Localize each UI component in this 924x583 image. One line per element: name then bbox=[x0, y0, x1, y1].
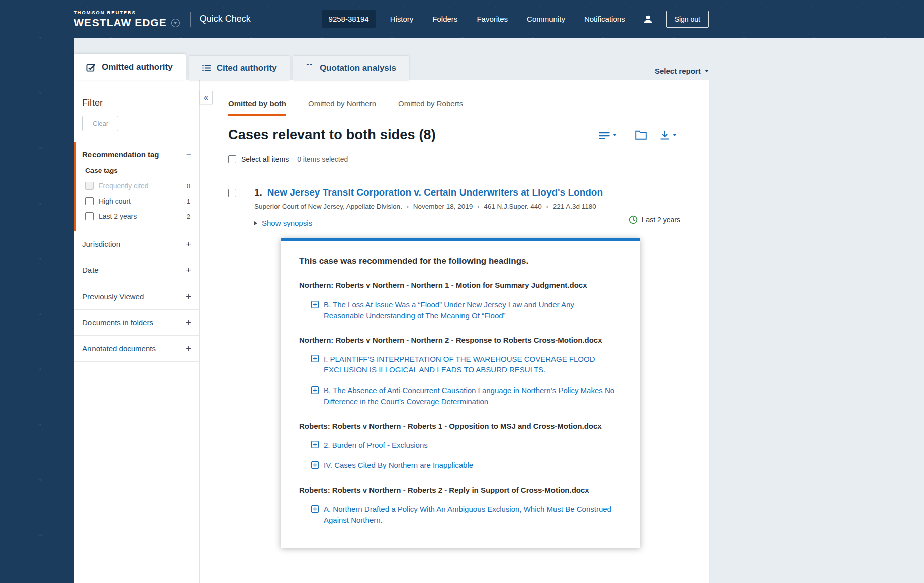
divider bbox=[228, 173, 680, 173]
case-number: 1. bbox=[254, 187, 262, 198]
nav-item-history[interactable]: History bbox=[381, 15, 423, 23]
toolbar-divider bbox=[626, 129, 626, 141]
tab-quotation-analysis[interactable]: “ Quotation analysis bbox=[293, 56, 409, 80]
last-2-years-checkbox[interactable] bbox=[85, 212, 94, 220]
case-citation-1: 461 N.J.Super. 440 bbox=[484, 203, 542, 210]
filter-section-date[interactable]: Date + bbox=[74, 257, 199, 283]
filter-sidebar: Filter Clear Recommendation tag − Case t… bbox=[74, 80, 200, 583]
filter-section-documents-in-folders[interactable]: Documents in folders + bbox=[74, 310, 199, 336]
client-id-button[interactable]: 9258-38194 bbox=[322, 10, 376, 28]
chevron-down-circle-icon[interactable] bbox=[171, 19, 180, 27]
results-panel: Omitted by both Omitted by Northern Omit… bbox=[200, 80, 709, 583]
select-report-label: Select report bbox=[655, 67, 701, 75]
case-result-item: 1.New Jersey Transit Corporation v. Cert… bbox=[228, 187, 680, 568]
account-button[interactable] bbox=[635, 14, 661, 24]
plus-icon: + bbox=[186, 294, 191, 300]
case-title-link[interactable]: New Jersey Transit Corporation v. Certai… bbox=[267, 187, 603, 198]
plus-square-icon bbox=[311, 461, 319, 469]
case-date: November 18, 2019 bbox=[413, 203, 473, 210]
filter-title: Filter bbox=[74, 80, 199, 108]
sign-out-button[interactable]: Sign out bbox=[666, 11, 709, 28]
download-button[interactable] bbox=[656, 128, 680, 143]
filter-section-previously-viewed[interactable]: Previously Viewed + bbox=[74, 283, 199, 310]
recommendation-card: This case was recommended for the follow… bbox=[281, 238, 640, 548]
heading-link[interactable]: B. The Loss At Issue Was a “Flood” Under… bbox=[311, 299, 621, 321]
case-court: Superior Court of New Jersey, Appellate … bbox=[254, 203, 402, 210]
collapse-sidebar-button[interactable]: « bbox=[199, 91, 213, 104]
bullet-separator: • bbox=[407, 204, 409, 210]
recommendation-card-title: This case was recommended for the follow… bbox=[299, 256, 621, 266]
option-count: 0 bbox=[187, 182, 192, 190]
section-title: Recommendation tag bbox=[82, 150, 159, 159]
document-heading: Northern: Roberts v Northern - Northern … bbox=[299, 281, 621, 289]
subtab-omitted-by-northern[interactable]: Omitted by Northern bbox=[308, 99, 376, 116]
person-icon bbox=[643, 14, 653, 24]
heading-link[interactable]: I. PLAINTIFF’S INTERPRETATION OF THE WAR… bbox=[311, 354, 621, 376]
heading-link-text: B. The Absence of Anti-Concurrent Causat… bbox=[324, 385, 615, 407]
filter-section-annotated-documents[interactable]: Annotated documents + bbox=[74, 336, 199, 362]
clear-filters-button[interactable]: Clear bbox=[82, 116, 118, 131]
plus-icon: + bbox=[186, 241, 191, 247]
tab-cited-authority[interactable]: Cited authority bbox=[189, 56, 290, 80]
case-checkbox[interactable] bbox=[228, 189, 236, 197]
result-subtabs: Omitted by both Omitted by Northern Omit… bbox=[228, 99, 680, 116]
recommendation-tag-section: Recommendation tag − Case tags Frequentl… bbox=[74, 142, 199, 231]
nav-item-favorites[interactable]: Favorites bbox=[467, 15, 517, 23]
document-heading: Roberts: Roberts v Northern - Roberts 1 … bbox=[299, 422, 621, 430]
subtab-omitted-by-roberts[interactable]: Omitted by Roberts bbox=[398, 99, 463, 116]
heading-link-text: A. Northern Drafted a Policy With An Amb… bbox=[324, 504, 615, 526]
subtab-omitted-by-both[interactable]: Omitted by both bbox=[228, 99, 286, 116]
plus-square-icon bbox=[311, 355, 319, 362]
recommendation-tag-toggle[interactable]: Recommendation tag − bbox=[76, 142, 199, 165]
tab-omitted-authority[interactable]: Omitted authority bbox=[74, 54, 186, 80]
westlaw-edge-wordmark: WESTLAW EDGE bbox=[74, 17, 167, 29]
select-report-dropdown[interactable]: Select report bbox=[655, 67, 709, 75]
folder-icon bbox=[635, 130, 647, 140]
view-options-icon bbox=[599, 131, 610, 139]
heading-link-text: IV. Cases Cited By Northern are Inapplic… bbox=[324, 460, 473, 471]
tab-label: Omitted authority bbox=[102, 62, 173, 72]
nav-item-folders[interactable]: Folders bbox=[423, 15, 467, 23]
filter-option-frequently-cited[interactable]: Frequently cited 0 bbox=[76, 178, 199, 193]
plus-square-icon bbox=[311, 441, 319, 448]
select-all-checkbox[interactable] bbox=[228, 155, 236, 163]
bullet-separator: • bbox=[546, 204, 548, 210]
heading-link[interactable]: IV. Cases Cited By Northern are Inapplic… bbox=[311, 460, 621, 471]
list-icon bbox=[202, 63, 211, 73]
header-nav: 9258-38194 History Folders Favorites Com… bbox=[322, 10, 709, 28]
case-tags-label: Case tags bbox=[76, 165, 199, 178]
download-icon bbox=[660, 130, 670, 140]
header-divider bbox=[190, 12, 191, 27]
quote-icon: “ bbox=[306, 64, 314, 73]
option-count: 2 bbox=[187, 213, 192, 220]
plus-square-icon bbox=[311, 301, 319, 308]
badge-label: Last 2 years bbox=[642, 216, 680, 224]
filter-section-jurisdiction[interactable]: Jurisdiction + bbox=[74, 231, 199, 257]
nav-item-community[interactable]: Community bbox=[517, 15, 575, 23]
folder-button[interactable] bbox=[632, 128, 651, 142]
product-title: Quick Check bbox=[200, 14, 251, 24]
show-synopsis-toggle[interactable]: Show synopsis bbox=[254, 219, 680, 227]
section-label: Date bbox=[82, 266, 99, 274]
last-2-years-badge: Last 2 years bbox=[629, 215, 680, 224]
tab-label: Cited authority bbox=[217, 63, 277, 73]
heading-link[interactable]: B. The Absence of Anti-Concurrent Causat… bbox=[311, 385, 621, 407]
document-heading: Northern: Roberts v Northern - Northern … bbox=[299, 336, 621, 344]
section-label: Documents in folders bbox=[82, 318, 153, 327]
heading-link-text: 2. Burden of Proof - Exclusions bbox=[324, 440, 428, 451]
heading-link[interactable]: 2. Burden of Proof - Exclusions bbox=[311, 440, 621, 451]
heading-link-text: B. The Loss At Issue Was a “Flood” Under… bbox=[324, 299, 615, 321]
westlaw-logo[interactable]: THOMSON REUTERS WESTLAW EDGE bbox=[74, 10, 180, 29]
caret-down-icon bbox=[673, 134, 677, 136]
nav-item-notifications[interactable]: Notifications bbox=[575, 15, 635, 23]
heading-link[interactable]: A. Northern Drafted a Policy With An Amb… bbox=[311, 504, 621, 526]
triangle-right-icon bbox=[254, 221, 257, 225]
high-court-checkbox[interactable] bbox=[85, 197, 94, 205]
caret-down-icon bbox=[705, 70, 709, 72]
filter-option-last-2-years[interactable]: Last 2 years 2 bbox=[76, 209, 199, 224]
filter-option-high-court[interactable]: High court 1 bbox=[76, 193, 199, 209]
thomson-reuters-label: THOMSON REUTERS bbox=[74, 10, 180, 15]
show-synopsis-label: Show synopsis bbox=[262, 219, 312, 227]
frequently-cited-checkbox[interactable] bbox=[85, 182, 94, 190]
view-options-button[interactable] bbox=[595, 129, 620, 142]
